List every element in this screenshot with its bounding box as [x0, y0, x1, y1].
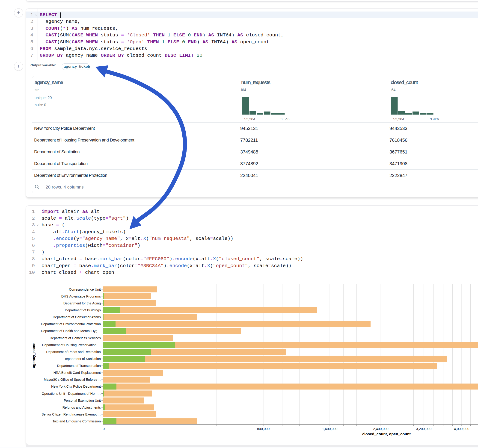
svg-text:agency_name: agency_name — [31, 343, 36, 368]
svg-text:Taxi and Limousine Commission: Taxi and Limousine Commission — [53, 419, 101, 423]
svg-text:4,000,000: 4,000,000 — [454, 427, 470, 431]
svg-text:Correspondence Unit: Correspondence Unit — [69, 288, 101, 291]
svg-text:Department of Buildings: Department of Buildings — [65, 308, 101, 312]
svg-text:Refunds and Adjustments: Refunds and Adjustments — [63, 406, 101, 409]
svg-text:DHS Advantage Programs: DHS Advantage Programs — [61, 294, 101, 298]
svg-text:Personal Exemption Unit: Personal Exemption Unit — [64, 399, 101, 402]
svg-text:2,400,000: 2,400,000 — [373, 427, 389, 431]
svg-text:closed_count, open_count: closed_count, open_count — [362, 432, 411, 436]
svg-text:3,200,000: 3,200,000 — [416, 427, 431, 431]
svg-text:Department of Environmental Pr: Department of Environmental Protection — [41, 322, 101, 326]
svg-text:Department of Transportation: Department of Transportation — [57, 364, 101, 367]
svg-text:Department for the Aging: Department for the Aging — [63, 301, 101, 305]
svg-text:Department of Health and Menta: Department of Health and Mental Hyg… — [41, 329, 101, 333]
svg-text:Department of Consumer Affairs: Department of Consumer Affairs — [53, 315, 101, 319]
svg-text:800,000: 800,000 — [257, 427, 270, 431]
svg-text:Department of Parks and Recrea: Department of Parks and Recreation — [46, 350, 101, 354]
svg-text:Department of Homeless Service: Department of Homeless Services — [50, 336, 101, 340]
svg-text:Operations Unit - Department o: Operations Unit - Department of Hom… — [42, 392, 101, 395]
svg-text:Senior Citizen Rent Increase E: Senior Citizen Rent Increase Exempti… — [42, 412, 101, 416]
svg-text:HRA Benefit Card Replacement: HRA Benefit Card Replacement — [53, 371, 101, 374]
svg-text:Department of Sanitation: Department of Sanitation — [64, 357, 101, 361]
svg-text:New York City Police Departmen: New York City Police Department — [51, 385, 101, 388]
svg-text:0: 0 — [103, 427, 105, 431]
svg-text:Mayorâ€ s Office of Special En: Mayorâ€ s Office of Special Enforce… — [44, 378, 101, 381]
svg-text:1,600,000: 1,600,000 — [322, 427, 338, 431]
svg-text:Department of Housing Preserva: Department of Housing Preservation … — [42, 343, 101, 347]
